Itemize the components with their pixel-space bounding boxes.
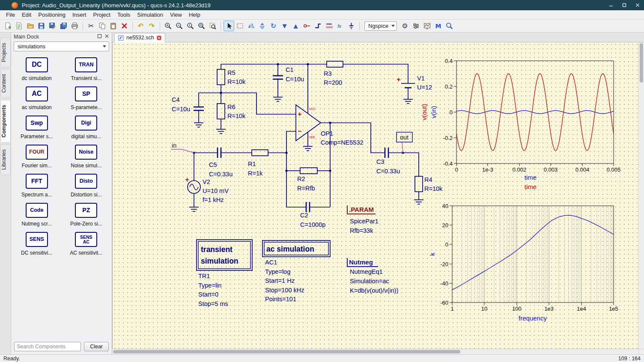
component-category-select[interactable]: simulations: [14, 42, 109, 51]
component-digital-simulation[interactable]: Digidigital simu...: [62, 116, 111, 139]
component-pole-zero-simulation[interactable]: PZPole-Zero si...: [62, 203, 111, 227]
undo-button[interactable]: ↶: [135, 21, 146, 31]
view-all-button[interactable]: [207, 21, 218, 31]
zoom-data-button[interactable]: [444, 21, 455, 31]
node-label-out[interactable]: out: [397, 132, 412, 153]
zoom-in-button[interactable]: [163, 21, 173, 31]
opamp-OP1[interactable]: VCC VEE OP1 Comp=NE5532: [296, 105, 364, 146]
menu-simulation[interactable]: Simulation: [134, 11, 167, 19]
mirror-vertical-button[interactable]: [246, 21, 256, 31]
open-file-button[interactable]: [25, 21, 36, 31]
component-transient-simulation[interactable]: TRANTransient si...: [62, 57, 111, 81]
menu-tools[interactable]: Tools: [114, 11, 134, 19]
ac-simulation-block[interactable]: ac simulation AC1 Type=log Start=1 Hz St…: [262, 240, 330, 303]
rotate-button[interactable]: ↻: [268, 21, 279, 31]
title-bar[interactable]: Project: Audio_Output_Linearity (/home/v…: [0, 0, 644, 10]
zoom-fit-button[interactable]: [196, 21, 207, 31]
capacitor-C2[interactable]: C2 C=1000p: [300, 202, 325, 228]
view-data-display-button[interactable]: [422, 21, 432, 31]
sidebar-tab-components[interactable]: Components: [0, 100, 11, 142]
menu-insert[interactable]: Insert: [69, 11, 90, 19]
horizontal-scrollbar-thumb[interactable]: [113, 350, 460, 353]
save-button[interactable]: [36, 21, 47, 31]
mirror-horizontal-button[interactable]: [257, 21, 268, 31]
insert-ground-button[interactable]: [346, 21, 357, 31]
transient-simulation-block[interactable]: transient simulation TR1 Type=lin Start=…: [197, 240, 252, 307]
new-file-button[interactable]: [3, 21, 13, 31]
delete-button[interactable]: [119, 21, 130, 31]
paste-button[interactable]: [108, 21, 119, 31]
menu-help[interactable]: Help: [185, 11, 204, 19]
tab-close-icon[interactable]: [157, 36, 161, 40]
copy-button[interactable]: [97, 21, 107, 31]
print-button[interactable]: [69, 21, 80, 31]
insert-wire-label-button[interactable]: NAME: [324, 21, 334, 31]
select-marker-button[interactable]: [235, 21, 245, 31]
menu-file[interactable]: File: [3, 11, 18, 19]
resistor-R6[interactable]: R6 R=10k: [217, 104, 246, 119]
component-nutmeg-script[interactable]: CodeNutmeg scr...: [12, 203, 62, 227]
dock-close-button[interactable]: [104, 34, 109, 40]
menu-positioning[interactable]: Positioning: [35, 11, 69, 19]
voltage-source-V1[interactable]: V1 U=12: [397, 75, 432, 91]
time-domain-plot[interactable]: 0.4 0.2 0 -0.2 -0.4 0 1e-3 0.002 0.003 0…: [420, 58, 620, 190]
resistor-R2[interactable]: R2 R=Rfb: [297, 168, 317, 192]
component-noise-simulation[interactable]: NoiseNoise simul...: [62, 145, 111, 169]
menu-view[interactable]: View: [167, 11, 185, 19]
component-dc-sensitivity[interactable]: SENSDC sensitivi...: [12, 232, 62, 256]
save-all-button[interactable]: [58, 21, 69, 31]
node-label-in[interactable]: in: [171, 142, 194, 153]
select-tool-button[interactable]: [224, 21, 234, 31]
zoom-out-button[interactable]: [174, 21, 185, 31]
search-components-input[interactable]: [14, 342, 81, 351]
sidebar-tab-libraries[interactable]: Libraries: [0, 144, 11, 175]
voltage-source-V2[interactable]: V2 U=10 mV f=1 kHz: [185, 178, 229, 203]
insert-equation-button[interactable]: fx: [335, 21, 346, 31]
capacitor-C3[interactable]: C3 C=0.33u: [376, 148, 400, 175]
simulator-select[interactable]: Ngspice: [364, 21, 397, 31]
component-distortion-simulation[interactable]: DistoDistortion si...: [62, 174, 111, 198]
clear-search-button[interactable]: Clear: [84, 342, 109, 351]
vertical-scrollbar[interactable]: [638, 42, 644, 349]
frequency-response-plot[interactable]: 40 20 0 -20 -40 -60 1 10 100 1e3 1e4 1e5: [429, 203, 618, 322]
component-ac-simulation[interactable]: ACac simulation: [12, 86, 62, 110]
horizontal-scrollbar[interactable]: [112, 349, 638, 354]
close-button[interactable]: [631, 0, 644, 10]
cut-button[interactable]: ✂: [86, 21, 96, 31]
component-fourier-simulation[interactable]: FOURFourier sim...: [12, 145, 62, 169]
capacitor-C1[interactable]: C1 C=10u: [273, 66, 304, 83]
tab-ne5532-sch[interactable]: ne5532.sch: [114, 33, 165, 42]
schematic-canvas[interactable]: R5 R=10k R6 R=10k R3 R=200 R1 R=1k: [112, 42, 638, 349]
resistor-R4[interactable]: R4 R=10k: [415, 176, 443, 192]
save-as-button[interactable]: [47, 21, 58, 31]
capacitor-C5[interactable]: C5 C=0.33u: [209, 148, 233, 178]
component-sparameter-simulation[interactable]: SPS-paramete...: [62, 86, 111, 110]
menu-edit[interactable]: Edit: [18, 11, 35, 19]
sidebar-tab-projects[interactable]: Projects: [0, 38, 11, 67]
simulate-button[interactable]: ⚙: [400, 21, 410, 31]
spice-param-block[interactable]: .PARAM SpicePar1 Rfb=33k: [347, 205, 379, 234]
sidebar-tab-content[interactable]: Content: [0, 69, 11, 98]
marker-tool-button[interactable]: M: [433, 21, 444, 31]
maximize-button[interactable]: [617, 0, 631, 10]
redo-button[interactable]: ↷: [146, 21, 157, 31]
menu-project[interactable]: Project: [89, 11, 113, 19]
resistor-R1[interactable]: R1 R=1k: [248, 150, 268, 177]
dock-float-button[interactable]: [97, 34, 102, 40]
move-up-button[interactable]: ▲: [290, 21, 301, 31]
simulation-settings-button[interactable]: [411, 21, 421, 31]
component-ac-sensitivity[interactable]: SENSACAC sensitivit...: [62, 232, 111, 256]
move-down-button[interactable]: ▼: [279, 21, 290, 31]
new-text-file-button[interactable]: [14, 21, 24, 31]
component-dc-simulation[interactable]: DCdc simulation: [12, 57, 62, 81]
resistor-R5[interactable]: R5 R=10k: [217, 69, 246, 85]
vertical-scrollbar-thumb[interactable]: [640, 43, 643, 83]
component-parameter-sweep[interactable]: SwpParameter s...: [12, 116, 62, 139]
minimize-button[interactable]: [604, 0, 617, 10]
insert-port-button[interactable]: [301, 21, 312, 31]
zoom-original-button[interactable]: [185, 21, 196, 31]
component-spectrum-analysis[interactable]: FFTSpectrum a...: [12, 174, 62, 198]
nutmeg-equation-block[interactable]: Nutmeg NutmegEq1 Simulation=ac K=db(v(ou…: [347, 258, 398, 294]
insert-wire-button[interactable]: [313, 21, 323, 31]
resistor-R3[interactable]: R3 R=200: [324, 61, 343, 86]
